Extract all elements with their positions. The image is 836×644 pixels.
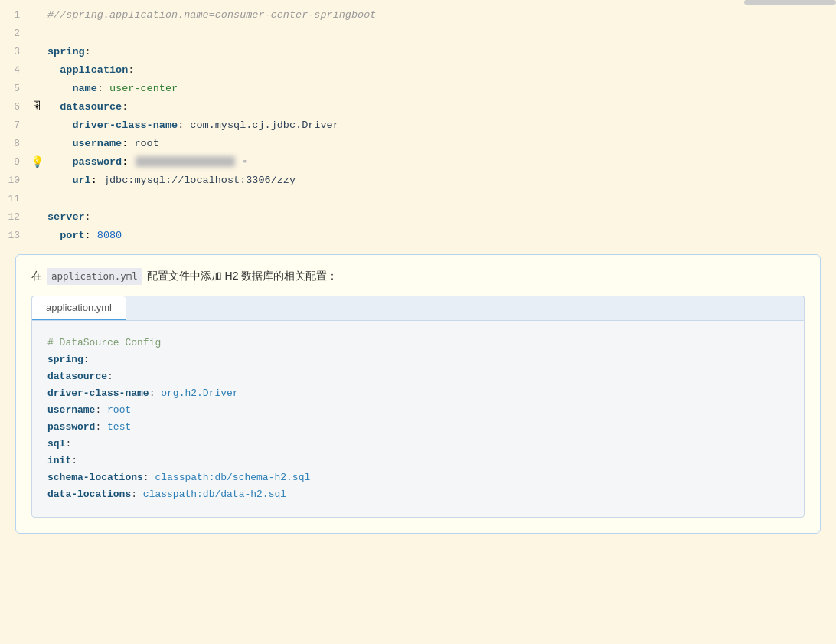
line-icon-9: 💡 <box>29 153 44 172</box>
line-content-6: datasource: <box>44 98 836 116</box>
line-content-9: password: ▪ <box>44 153 836 172</box>
code-line-2: 2 <box>0 25 836 43</box>
editor-area: 1 #//spring.application.name=consumer-ce… <box>0 0 836 534</box>
code-line-12: 12 server: <box>0 208 836 227</box>
callout-box: 在 application.yml 配置文件中添加 H2 数据库的相关配置： a… <box>15 254 821 534</box>
line-num-3: 3 <box>0 43 29 61</box>
line-content-11 <box>44 190 836 208</box>
code-line-6: 6 🗄 datasource: <box>0 98 836 116</box>
line-num-11: 11 <box>0 190 29 208</box>
cb-line-7: sql: <box>47 436 789 453</box>
line-num-8: 8 <box>0 135 29 153</box>
cb-line-3: datasource: <box>47 368 789 385</box>
line-num-6: 6 <box>0 98 29 116</box>
callout-tab-bar: application.yml <box>31 296 805 320</box>
callout-header: 在 application.yml 配置文件中添加 H2 数据库的相关配置： <box>31 267 805 285</box>
cb-line-8: init: <box>47 453 789 469</box>
line-content-1: #//spring.application.name=consumer-cent… <box>44 6 836 25</box>
cb-line-9: schema-locations: classpath:db/schema-h2… <box>47 469 789 486</box>
scrollbar[interactable] <box>744 0 836 5</box>
code-line-11: 11 <box>0 190 836 208</box>
cb-line-2: spring: <box>47 351 789 368</box>
line-num-4: 4 <box>0 61 29 80</box>
code-line-9: 9 💡 password: ▪ <box>0 153 836 172</box>
line-content-5: name: user-center <box>44 80 836 98</box>
cb-line-10: data-locations: classpath:db/data-h2.sql <box>47 486 789 503</box>
code-line-7: 7 driver-class-name: com.mysql.cj.jdbc.D… <box>0 116 836 135</box>
cb-line-5: username: root <box>47 402 789 419</box>
code-line-1: 1 #//spring.application.name=consumer-ce… <box>0 6 836 25</box>
code-line-4: 4 application: <box>0 61 836 80</box>
code-line-3: 3 spring: <box>0 43 836 61</box>
cb-line-4: driver-class-name: org.h2.Driver <box>47 385 789 402</box>
code-line-5: 5 name: user-center <box>0 80 836 98</box>
line-num-12: 12 <box>0 208 29 227</box>
line-content-3: spring: <box>44 43 836 61</box>
code-line-10: 10 url: jdbc:mysql://localhost:3306/zzy <box>0 172 836 190</box>
line-num-1: 1 <box>0 6 29 25</box>
line-num-10: 10 <box>0 172 29 190</box>
callout-header-pre: 在 <box>31 270 42 282</box>
code-line-8: 8 username: root <box>0 135 836 153</box>
line-content-4: application: <box>44 61 836 80</box>
callout-header-post: 配置文件中添加 H2 数据库的相关配置： <box>147 270 338 282</box>
line-num-7: 7 <box>0 116 29 135</box>
line-content-13: port: 8080 <box>44 227 836 245</box>
cb-line-6: password: test <box>47 419 789 436</box>
line-num-5: 5 <box>0 80 29 98</box>
line-content-7: driver-class-name: com.mysql.cj.jdbc.Dri… <box>44 116 836 135</box>
line-content-2 <box>44 25 836 43</box>
cb-line-1: # DataSource Config <box>47 335 789 351</box>
line-content-8: username: root <box>44 135 836 153</box>
code-editor: 1 #//spring.application.name=consumer-ce… <box>0 0 836 251</box>
callout-inline-code: application.yml <box>47 268 142 285</box>
line-content-10: url: jdbc:mysql://localhost:3306/zzy <box>44 172 836 190</box>
line-icon-6: 🗄 <box>29 98 44 116</box>
callout-code-block: # DataSource Config spring: datasource: … <box>31 320 805 518</box>
line-content-12: server: <box>44 208 836 227</box>
line-num-13: 13 <box>0 227 29 245</box>
line-num-9: 9 <box>0 153 29 172</box>
line-num-2: 2 <box>0 25 29 43</box>
callout-tab-yml[interactable]: application.yml <box>32 296 126 320</box>
code-line-13: 13 port: 8080 <box>0 227 836 245</box>
